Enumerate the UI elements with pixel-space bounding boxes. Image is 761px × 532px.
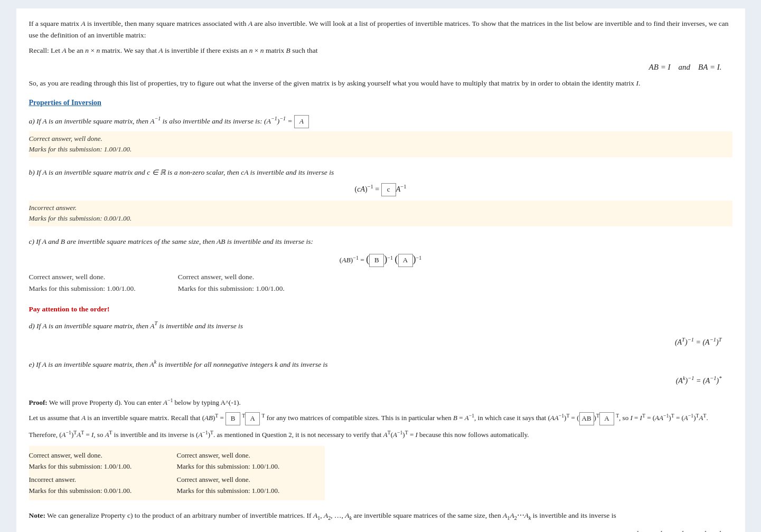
part-c-formula: (AB)−1 = (B)−1 (A)−1 [29, 252, 732, 267]
proof-fb4: Correct answer, well done. Marks for thi… [177, 474, 325, 497]
part-c-input1[interactable]: B [369, 254, 384, 267]
center-formula: AB = I and BA = I. [29, 61, 722, 73]
part-d-label: d) If A is an invertible square matrix, … [29, 319, 732, 331]
part-c-feedback-row: Correct answer, well done. Marks for thi… [29, 271, 732, 294]
so-text: So, as you are reading through this list… [29, 78, 732, 89]
part-c-feedback1: Correct answer, well done. Marks for thi… [29, 271, 136, 294]
proof-intro: Proof: We will prove Property d). You ca… [29, 396, 732, 408]
part-b-label: b) If A is an invertible square matrix a… [29, 167, 732, 178]
part-e-label: e) If A is an invertible square matrix, … [29, 358, 732, 370]
proof-input-B[interactable]: B [226, 412, 240, 425]
proof-fb1: Correct answer, well done. Marks for thi… [29, 450, 177, 472]
part-a-block: a) If A is an invertible square matrix, … [29, 115, 732, 157]
note-section: Note: We can generalize Property c) to t… [29, 510, 732, 532]
proof-input-AB[interactable]: AB [579, 412, 594, 425]
part-e-block: e) If A is an invertible square matrix, … [29, 358, 732, 387]
warning-text: Pay attention to the order! [29, 303, 732, 315]
part-c-feedback2: Correct answer, well done. Marks for thi… [178, 271, 285, 294]
proof-body2: Therefore, (A−1)TAT = I, so AT is invert… [29, 429, 732, 441]
proof-feedback-grid: Correct answer, well done. Marks for thi… [29, 446, 325, 500]
part-b-formula: (cA)−1 = cA−1 [29, 183, 732, 196]
recall-text: Recall: Let A be an n × n matrix. We say… [29, 45, 732, 56]
part-c-input2[interactable]: A [398, 254, 413, 267]
part-b-block: b) If A is an invertible square matrix a… [29, 167, 732, 226]
proof-fb3: Incorrect answer. Marks for this submiss… [29, 474, 177, 497]
note-formula: (A1A2⋯Ak)−1 = Ak−1Ak−1−1⋯A2−1A1−1 [29, 528, 722, 532]
part-e-formula: (Ak)−1 = (A−1)* [29, 374, 722, 387]
note-text: Note: We can generalize Property c) to t… [29, 510, 732, 522]
part-d-formula: (AT)−1 = (A−1)T [29, 336, 722, 348]
part-b-feedback: Incorrect answer. Marks for this submiss… [29, 201, 732, 227]
part-a-input[interactable]: A [294, 115, 309, 128]
part-d-block: d) If A is an invertible square matrix, … [29, 319, 732, 348]
part-c-label: c) If A and B are invertible square matr… [29, 236, 732, 248]
part-a-feedback: Correct answer, well done. Marks for thi… [29, 131, 732, 158]
proof-input-A[interactable]: A [245, 412, 260, 425]
intro-line1: If a square matrix A is invertible, then… [29, 18, 732, 41]
part-b-input[interactable]: c [381, 183, 396, 196]
part-c-block: c) If A and B are invertible square matr… [29, 236, 732, 294]
proof-fb2: Correct answer, well done. Marks for thi… [177, 450, 325, 472]
proof-body1: Let us assume that A is an invertible sq… [29, 412, 732, 425]
part-a-label: a) If A is an invertible square matrix, … [29, 115, 732, 128]
section-heading: Properties of Inversion [29, 97, 732, 109]
proof-input-A2[interactable]: A [599, 412, 614, 425]
proof-section: Proof: We will prove Property d). You ca… [29, 396, 732, 500]
